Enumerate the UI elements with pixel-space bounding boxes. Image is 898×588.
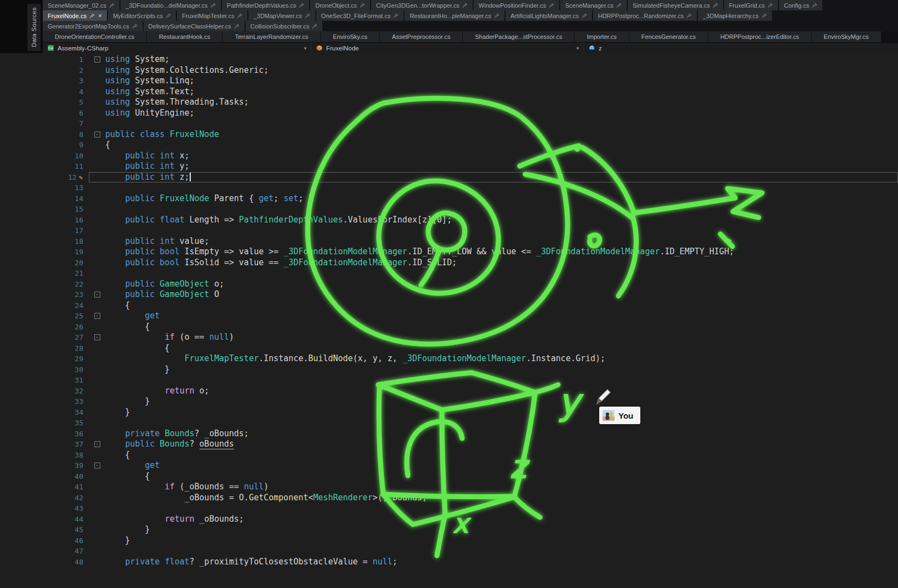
code-line[interactable]: 40 { [0, 471, 898, 482]
pin-icon[interactable] [462, 3, 468, 8]
code-line[interactable]: 35 [0, 418, 898, 429]
fold-toggle[interactable]: - [94, 463, 100, 469]
line-number[interactable]: 13 [0, 182, 89, 193]
line-number[interactable]: 5 [0, 97, 89, 108]
code-line[interactable]: 43 [0, 503, 898, 514]
editor-tab[interactable]: HDRPPostproc...izerEditor.cs [708, 31, 811, 42]
pin-icon[interactable] [582, 13, 587, 19]
code-line[interactable]: 31 [0, 375, 898, 386]
line-number[interactable]: 10 [0, 151, 89, 162]
code-line[interactable]: 14 public FruxelNode Parent { get; set; … [0, 193, 898, 204]
line-number[interactable]: 47 [0, 546, 89, 557]
code-line[interactable]: 24 { [0, 300, 898, 311]
line-number[interactable]: 16 [0, 215, 89, 226]
line-number[interactable]: 30 [0, 364, 89, 375]
pin-icon[interactable] [299, 3, 304, 8]
code-line[interactable]: 28 { [0, 343, 898, 354]
line-number[interactable]: 48 [0, 557, 89, 568]
code-line[interactable]: 26 { [0, 322, 898, 333]
code-line[interactable]: 15 [0, 204, 898, 215]
type-dropdown[interactable]: FruxelNode ▾ [311, 43, 584, 53]
editor-tab[interactable]: ShaderPackage...stProcessor.cs [463, 31, 574, 42]
pin-icon[interactable] [768, 3, 773, 8]
editor-tab[interactable]: _3DMapViewer.cs [248, 10, 315, 21]
line-number[interactable]: 29 [0, 353, 89, 364]
editor-tab[interactable]: Generator2ExportMapTools.cs [43, 21, 143, 31]
editor-tab[interactable]: OneSec3D_FileFormat.cs [316, 10, 404, 21]
code-line[interactable]: 33 } [0, 396, 898, 407]
line-number[interactable]: 12✎ [0, 172, 89, 183]
line-number[interactable]: 40 [0, 471, 89, 482]
editor-tab[interactable]: _3DFoundatio...delManager.cs [121, 0, 221, 10]
code-line[interactable]: 17 [0, 225, 898, 236]
editor-tab[interactable]: ArtificialLightsManager.cs [505, 10, 592, 21]
line-number[interactable]: 36 [0, 429, 89, 439]
code-line[interactable]: 30 } [0, 364, 898, 375]
pin-icon[interactable] [761, 13, 767, 19]
editor-tab[interactable]: RestaurantHook.cs [147, 31, 223, 42]
editor-tab[interactable]: _3DMapHierarchy.cs [698, 10, 772, 21]
code-line[interactable]: 22 public GameObject o; [0, 279, 898, 290]
code-line[interactable]: 47 [0, 546, 898, 557]
code-line[interactable]: 23- public GameObject O [0, 289, 898, 300]
pin-icon[interactable] [713, 3, 718, 8]
editor-tab[interactable]: CollisionSubscriber.cs [246, 21, 323, 31]
fold-toggle[interactable]: - [94, 334, 100, 340]
editor-tab[interactable]: AssetPreprocessor.cs [380, 31, 462, 42]
pin-icon[interactable] [686, 13, 692, 19]
code-line[interactable]: 29 FruxelMapTester.Instance.BuildNode(x,… [0, 353, 898, 364]
code-line[interactable]: 18 public int value; [0, 236, 898, 247]
line-number[interactable]: 43 [0, 503, 89, 514]
code-line[interactable]: 32 return o; [0, 386, 898, 397]
line-number[interactable]: 8 [0, 129, 89, 140]
line-number[interactable]: 25 [0, 311, 89, 322]
line-number[interactable]: 11 [0, 161, 89, 172]
line-number[interactable]: 35 [0, 418, 89, 429]
fold-toggle[interactable]: - [94, 56, 100, 62]
editor-tab[interactable]: SimulatedFisheyeCamera.cs [628, 0, 723, 10]
editor-tab[interactable]: RestaurantHo...pleManager.cs [405, 10, 504, 21]
fold-toggle[interactable]: - [94, 132, 100, 138]
line-number[interactable]: 19 [0, 247, 89, 258]
pin-icon[interactable] [549, 3, 554, 8]
line-number[interactable]: 9 [0, 140, 89, 151]
code-line[interactable]: 38 { [0, 450, 898, 461]
line-number[interactable]: 15 [0, 204, 89, 215]
fold-toggle[interactable]: - [94, 292, 100, 298]
line-number[interactable]: 4 [0, 87, 89, 98]
line-number[interactable]: 22 [0, 279, 89, 290]
line-number[interactable]: 17 [0, 225, 89, 236]
line-number[interactable]: 32 [0, 386, 89, 397]
pin-icon[interactable] [211, 3, 216, 8]
code-line[interactable]: 6using UnityEngine; [0, 108, 898, 119]
code-line[interactable]: 4using System.Text; [0, 87, 898, 98]
editor-tab[interactable]: DeliverySurfaceClassHelper.cs [144, 21, 245, 31]
code-line[interactable]: 10 public int x; [0, 151, 898, 162]
pin-icon[interactable] [166, 13, 171, 19]
pin-icon[interactable] [305, 13, 310, 19]
code-line[interactable]: 13 [0, 182, 898, 193]
pin-icon[interactable] [109, 3, 115, 8]
code-line[interactable]: 12✎ public int z; [0, 172, 898, 183]
pin-icon[interactable] [234, 24, 240, 29]
editor-tab[interactable]: EnviroSkyMgr.cs [812, 31, 881, 42]
line-number[interactable]: 39 [0, 460, 89, 471]
editor-tab[interactable]: FruxelGrid.cs [724, 0, 778, 10]
line-number[interactable]: 46 [0, 535, 89, 546]
line-number[interactable]: 41 [0, 482, 89, 493]
line-number[interactable]: 27 [0, 332, 89, 343]
pin-icon[interactable] [89, 13, 95, 19]
editor-tab[interactable]: CityGen3DGen...torWrapper.cs [371, 0, 473, 10]
line-number[interactable]: 6 [0, 108, 89, 119]
editor-tab[interactable]: Importer.cs [575, 31, 628, 42]
pin-icon[interactable] [312, 24, 317, 29]
line-number[interactable]: 23 [0, 289, 89, 300]
code-line[interactable]: 5using System.Threading.Tasks; [0, 97, 898, 108]
editor-tab[interactable]: MyEditorScripts.cs [108, 10, 176, 21]
editor-tab[interactable]: PathfinderDepthValues.cs [222, 0, 309, 10]
code-line[interactable]: 45 } [0, 524, 898, 535]
line-number[interactable]: 38 [0, 450, 89, 461]
line-number[interactable]: 28 [0, 343, 89, 354]
code-line[interactable]: 1-using System; [0, 54, 898, 65]
code-line[interactable]: 16 public float Length => PathfinderDept… [0, 215, 898, 226]
